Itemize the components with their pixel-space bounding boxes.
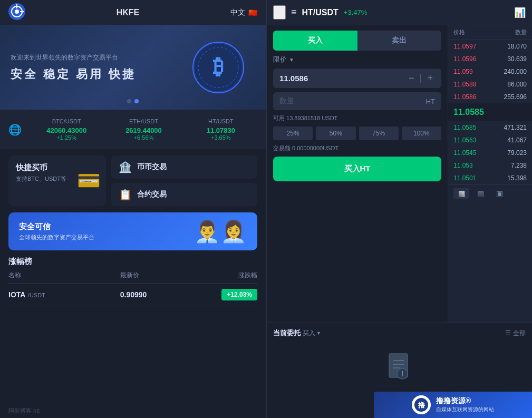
ob-buy-row[interactable]: 11.0501 15.398 xyxy=(448,172,532,184)
table-row[interactable]: IOTA /USDT 0.90990 +12.03% xyxy=(8,284,257,306)
ob-sell-row[interactable]: 11.059 240.000 xyxy=(448,65,532,78)
ob-qty-header: 数量 xyxy=(515,28,527,36)
price-input-row: − + xyxy=(273,69,441,88)
pct-100[interactable]: 100% xyxy=(402,127,441,140)
price-input[interactable] xyxy=(279,74,402,83)
minus-button[interactable]: − xyxy=(407,73,417,84)
svg-point-2 xyxy=(15,9,19,14)
chart-icon[interactable]: 📊 xyxy=(514,7,526,18)
eth-pair: ETH/USDT xyxy=(107,118,180,124)
coin-trade-icon: 🏦 xyxy=(119,161,132,173)
ob-header: 价格 数量 xyxy=(448,25,532,40)
logo xyxy=(8,3,25,22)
change-badge: +12.03% xyxy=(221,289,257,300)
watermark-text: 撸撸资源® 自媒体互联网资源的网站 xyxy=(436,396,494,413)
svg-text:!: ! xyxy=(401,370,403,378)
order-tab-sub[interactable]: 买入 ▼ xyxy=(303,329,321,338)
chart-type-1[interactable]: ▦ xyxy=(453,188,469,199)
language-selector[interactable]: 中文 🇨🇳 xyxy=(230,8,257,17)
ob-buy-rows: 11.0585 471.321 11.0563 41.067 11.0545 7… xyxy=(448,121,532,184)
price-item-eth[interactable]: ETH/USDT 2619.44000 +6.56% xyxy=(107,118,180,141)
pct-75[interactable]: 75% xyxy=(359,127,399,140)
col-change: 涨跌幅 xyxy=(238,271,257,280)
buy-tab[interactable]: 买入 xyxy=(273,31,357,51)
contract-trade-icon: 📋 xyxy=(119,188,132,201)
sell-price-5: 11.0586 xyxy=(453,93,476,101)
buy-submit-button[interactable]: 买入HT xyxy=(273,157,441,181)
order-book: 价格 数量 11.0597 18.070 11.0596 30.639 11.0… xyxy=(448,25,532,323)
quick-trade-card[interactable]: 快捷买币 支持BTC、USDT等 💳 xyxy=(8,155,106,206)
dot-1 xyxy=(127,99,131,103)
ht-value: 11.07830 xyxy=(185,127,257,134)
coin-name: IOTA xyxy=(8,290,25,299)
table-title: 涨幅榜 xyxy=(8,257,257,267)
buy-qty-1: 471.321 xyxy=(504,124,527,131)
btc-pair: BTC/USDT xyxy=(30,118,103,124)
ob-buy-row[interactable]: 11.0585 471.321 xyxy=(448,121,532,134)
watermark-banner: 撸 撸撸资源® 自媒体互联网资源的网站 xyxy=(374,392,532,418)
limit-label: 限价 xyxy=(273,55,287,64)
chart-type-3[interactable]: ▣ xyxy=(491,188,507,199)
sell-qty-1: 18.070 xyxy=(507,43,527,50)
ob-buy-row[interactable]: 11.0563 41.067 xyxy=(448,134,532,147)
ob-sell-row[interactable]: 11.0596 30.639 xyxy=(448,53,532,65)
promo-banner[interactable]: 安全可信 全球领先的数字资产交易平台 👨‍💼👩‍💼 xyxy=(8,212,257,250)
buy-price-5: 11.0501 xyxy=(453,174,476,182)
sell-tab[interactable]: 卖出 xyxy=(357,31,442,51)
all-orders-toggle[interactable]: ☰ 全部 xyxy=(505,329,526,338)
ob-buy-row[interactable]: 11.0545 79.023 xyxy=(448,147,532,159)
lang-label: 中文 xyxy=(230,8,245,17)
pct-25[interactable]: 25% xyxy=(273,127,313,140)
flag-icon: 🇨🇳 xyxy=(248,8,257,17)
pair-change: +3.47% xyxy=(344,8,367,16)
amount-unit: HT xyxy=(426,98,435,105)
ob-buy-row[interactable]: 11.053 7.238 xyxy=(448,159,532,172)
sell-qty-3: 240.000 xyxy=(504,68,527,75)
promo-subtitle: 全球领先的数字资产交易平台 xyxy=(19,234,94,241)
ob-sell-rows: 11.0597 18.070 11.0596 30.639 11.059 240… xyxy=(448,40,532,103)
sell-price-4: 11.0588 xyxy=(453,81,476,88)
coin-trade-card[interactable]: 🏦 币币交易 xyxy=(111,155,257,179)
quick-section: 快捷买币 支持BTC、USDT等 💳 🏦 币币交易 📋 合约交易 xyxy=(0,149,266,212)
chart-type-row: ▦ ▤ ▣ xyxy=(448,184,532,202)
banner: 欢迎来到世界领先的数字资产交易平台 安全 稳定 易用 快捷 ₿ xyxy=(0,25,266,110)
buy-qty-4: 7.238 xyxy=(511,162,527,169)
promo-image: 👨‍💼👩‍💼 xyxy=(194,219,247,244)
gainers-table: 涨幅榜 名称 最新价 涨跌幅 IOTA /USDT 0.90990 +12.03… xyxy=(0,257,266,404)
eth-value: 2619.44000 xyxy=(107,127,180,134)
promo-title: 安全可信 xyxy=(19,222,94,232)
contract-trade-card[interactable]: 📋 合约交易 xyxy=(111,183,257,206)
table-header: 名称 最新价 涨跌幅 xyxy=(8,271,257,284)
chart-type-2[interactable]: ▤ xyxy=(472,188,488,199)
svg-text:撸: 撸 xyxy=(418,401,425,409)
price-section: 🌐 BTC/USDT 42060.43000 +1.25% ETH/USDT 2… xyxy=(0,110,266,149)
order-type-selector[interactable]: 限价 ▼ xyxy=(273,55,441,64)
right-header: ← ≡ HT/USDT +3.47% 📊 xyxy=(267,0,532,25)
dropdown-arrow: ▼ xyxy=(316,330,321,336)
contract-trade-label: 合约交易 xyxy=(137,190,167,199)
left-panel: HKFE 中文 🇨🇳 欢迎来到世界领先的数字资产交易平台 安全 稳定 易用 快捷… xyxy=(0,0,266,418)
ob-sell-row[interactable]: 11.0586 255.696 xyxy=(448,91,532,103)
trade-form: 买入 卖出 限价 ▼ − + 数量 HT 可用 13.89381518 USD xyxy=(267,25,448,323)
amount-input-row[interactable]: 数量 HT xyxy=(273,92,441,110)
ob-price-header: 价格 xyxy=(453,28,465,36)
price-item-ht[interactable]: HT/USDT 11.07830 +3.65% xyxy=(185,118,257,141)
mid-price-value: 11.0585 xyxy=(453,108,484,117)
ob-sell-row[interactable]: 11.0597 18.070 xyxy=(448,40,532,53)
ht-change: +3.65% xyxy=(185,134,257,141)
banner-subtitle: 欢迎来到世界领先的数字资产交易平台 xyxy=(11,53,136,62)
banner-title: 安全 稳定 易用 快捷 xyxy=(11,66,136,82)
col-name: 名称 xyxy=(8,271,21,280)
ob-mid-price: 11.0585 xyxy=(448,103,532,121)
plus-button[interactable]: + xyxy=(425,73,435,84)
hamburger-icon[interactable]: ≡ xyxy=(291,7,297,18)
col-price: 最新价 xyxy=(120,271,139,280)
watermark-subtitle: 自媒体互联网资源的网站 xyxy=(436,406,494,413)
buy-price-2: 11.0563 xyxy=(453,137,476,144)
pct-50[interactable]: 50% xyxy=(316,127,355,140)
price-item-btc[interactable]: BTC/USDT 42060.43000 +1.25% xyxy=(30,118,103,141)
ob-sell-row[interactable]: 11.0588 86.000 xyxy=(448,78,532,91)
buy-sell-tabs: 买入 卖出 xyxy=(273,31,441,51)
watermark-logo: 撸 xyxy=(412,395,431,414)
back-button[interactable]: ← xyxy=(273,5,286,20)
